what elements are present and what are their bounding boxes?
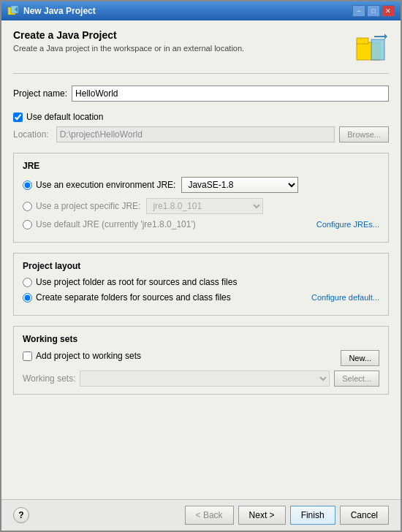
working-sets-label: Working sets: [23, 373, 75, 384]
layout-option1-row: Use project folder as root for sources a… [23, 277, 379, 287]
jre-option1-label[interactable]: Use an execution environment JRE: [36, 180, 175, 190]
jre-option3-radio[interactable] [23, 220, 32, 229]
back-button[interactable]: < Back [185, 506, 234, 525]
project-name-row: Project name: [13, 86, 389, 102]
jre-option1-radio[interactable] [23, 180, 32, 190]
location-row: Location: Browse... [13, 126, 389, 142]
layout-option1-label[interactable]: Use project folder as root for sources a… [36, 277, 237, 287]
cancel-button[interactable]: Cancel [340, 506, 389, 525]
working-sets-checkbox-label[interactable]: Add project to working sets [36, 351, 141, 361]
layout-option1-radio[interactable] [23, 278, 32, 287]
title-bar: New Java Project − □ ✕ [1, 1, 401, 20]
help-button[interactable]: ? [13, 507, 29, 523]
jre-title: JRE [23, 161, 379, 171]
close-button[interactable]: ✕ [382, 5, 395, 17]
browse-button: Browse... [339, 126, 389, 142]
layout-title: Project layout [23, 261, 379, 271]
jre-section: JRE Use an execution environment JRE: Ja… [13, 153, 389, 243]
dialog-footer: ? < Back Next > Finish Cancel [1, 499, 401, 531]
jre-option3-label[interactable]: Use default JRE (currently 'jre1.8.0_101… [36, 219, 196, 229]
dialog-content: Create a Java Project Create a Java proj… [1, 20, 401, 499]
window-title: New Java Project [23, 6, 96, 16]
working-sets-checkbox[interactable] [23, 352, 32, 361]
dialog-description: Create a Java project in the workspace o… [13, 44, 244, 53]
working-sets-title: Working sets [23, 334, 379, 344]
footer-right: < Back Next > Finish Cancel [185, 506, 389, 525]
jre-option2-radio[interactable] [23, 202, 32, 211]
jre-option2-label[interactable]: Use a project specific JRE: [36, 201, 140, 211]
svg-rect-5 [371, 39, 384, 60]
working-sets-dropdown [80, 370, 330, 387]
header-section: Create a Java Project Create a Java proj… [13, 29, 389, 74]
default-location-label[interactable]: Use default location [26, 112, 103, 122]
working-sets-checkbox-group: Add project to working sets [23, 351, 141, 361]
configure-default-link[interactable]: Configure default... [311, 293, 379, 302]
new-working-set-button[interactable]: New... [341, 350, 379, 366]
header-text: Create a Java Project Create a Java proj… [13, 29, 244, 53]
footer-left: ? [13, 507, 29, 523]
maximize-button[interactable]: □ [367, 5, 380, 17]
layout-section: Project layout Use project folder as roo… [13, 253, 389, 316]
configure-jres-link[interactable]: Configure JREs... [316, 220, 379, 229]
svg-rect-4 [357, 38, 368, 44]
project-icon [354, 29, 389, 64]
location-section: Use default location Location: Browse... [13, 112, 389, 142]
select-working-set-button: Select... [334, 370, 379, 387]
jre-specific-dropdown: jre1.8.0_101 [146, 198, 263, 214]
location-input [56, 126, 335, 142]
jre-environment-dropdown[interactable]: JavaSE-1.8 JavaSE-11 JavaSE-17 [181, 177, 298, 193]
jre-option1-row: Use an execution environment JRE: JavaSE… [23, 177, 379, 193]
working-sets-input-row: Working sets: Select... [23, 370, 379, 387]
default-location-row: Use default location [13, 112, 389, 122]
working-sets-checkbox-row: Add project to working sets New... [23, 350, 379, 366]
window-icon [7, 5, 19, 17]
working-sets-section: Working sets Add project to working sets… [13, 326, 389, 395]
svg-marker-7 [384, 34, 387, 39]
project-name-section: Project name: [13, 86, 389, 102]
jre-option3-row: Use default JRE (currently 'jre1.8.0_101… [23, 219, 379, 229]
layout-option2-row: Create separate folders for sources and … [23, 292, 379, 303]
next-button[interactable]: Next > [238, 506, 286, 525]
layout-option2-radio[interactable] [23, 293, 32, 303]
title-bar-left: New Java Project [7, 5, 96, 17]
main-window: New Java Project − □ ✕ Create a Java Pro… [0, 0, 402, 532]
finish-button[interactable]: Finish [290, 506, 335, 525]
layout-option2-label[interactable]: Create separate folders for sources and … [36, 292, 231, 303]
jre-option2-row: Use a project specific JRE: jre1.8.0_101 [23, 198, 379, 214]
project-name-label: Project name: [13, 88, 67, 99]
minimize-button[interactable]: − [352, 5, 365, 17]
default-location-checkbox[interactable] [13, 113, 23, 122]
dialog-title: Create a Java Project [13, 29, 244, 41]
project-name-input[interactable] [72, 86, 389, 102]
location-label: Location: [13, 129, 49, 140]
title-bar-controls: − □ ✕ [352, 5, 395, 17]
